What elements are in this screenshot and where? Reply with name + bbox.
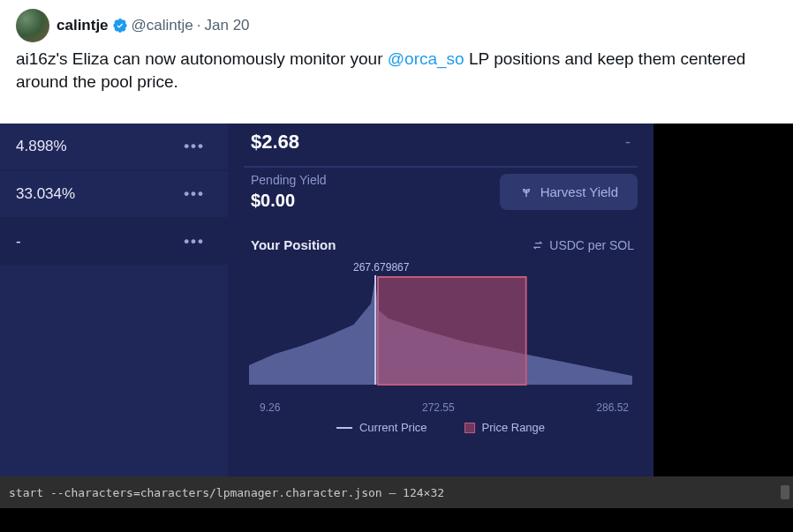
sidebar-row[interactable]: 33.034% ••• (0, 171, 228, 219)
x-tick: 286.52 (596, 401, 629, 414)
sidebar-value: 33.034% (16, 185, 75, 203)
tweet-header: calintje @calintje · Jan 20 (16, 9, 777, 42)
legend-label: Current Price (359, 421, 427, 434)
legend-range: Price Range (464, 421, 546, 434)
top-value: $2.68 (251, 131, 299, 154)
sidebar: 4.898% ••• 33.034% ••• - ••• (0, 124, 228, 476)
pending-yield-value: $0.00 (251, 191, 327, 211)
handle[interactable]: @calintje (132, 17, 193, 34)
x-tick: 9.26 (260, 401, 280, 414)
position-header: Your Position USDC per SOL (244, 221, 638, 258)
terminal-bar[interactable]: start --characters=characters/lpmanager.… (0, 476, 793, 508)
tweet-userline: calintje @calintje · Jan 20 (57, 17, 250, 34)
username[interactable]: calintje (57, 17, 109, 34)
more-icon[interactable]: ••• (184, 185, 205, 203)
yield-row: Pending Yield $0.00 Harvest Yield (244, 166, 638, 221)
verified-icon (112, 18, 128, 34)
sidebar-value: 4.898% (16, 138, 67, 155)
position-chart[interactable]: 267.679867 (249, 261, 632, 398)
price-range-box (378, 277, 526, 385)
more-icon[interactable]: ••• (184, 233, 205, 251)
mention-link[interactable]: @orca_so (388, 49, 464, 68)
harvest-label: Harvest Yield (540, 184, 618, 199)
yield-left: Pending Yield $0.00 (251, 173, 327, 211)
main-panel: $2.68 - Pending Yield $0.00 Harvest Yiel… (228, 124, 653, 476)
legend-current: Current Price (336, 421, 427, 434)
tweet: calintje @calintje · Jan 20 ai16z's Eliz… (0, 0, 793, 105)
terminal-text: start --characters=characters/lpmanager.… (9, 486, 444, 499)
sidebar-row[interactable]: 4.898% ••• (0, 124, 228, 171)
pending-yield-label: Pending Yield (251, 173, 327, 187)
current-price-label: 267.679867 (353, 261, 409, 273)
top-value-secondary: - (625, 133, 631, 152)
box-swatch-icon (464, 423, 475, 433)
more-icon[interactable]: ••• (184, 138, 205, 155)
scrollbar-thumb[interactable] (781, 485, 789, 499)
line-swatch-icon (336, 427, 352, 429)
legend-label: Price Range (482, 421, 546, 434)
sidebar-row[interactable]: - ••• (0, 219, 228, 265)
tweet-body: ai16z's Eliza can now autonomously monit… (16, 48, 777, 93)
swap-icon (532, 239, 544, 251)
position-title: Your Position (251, 237, 336, 252)
app-window: 4.898% ••• 33.034% ••• - ••• $2.68 - Pen… (0, 124, 653, 476)
sidebar-value: - (16, 233, 21, 251)
tweet-text-pre: ai16z's Eliza can now autonomously monit… (16, 49, 388, 68)
pair-label: USDC per SOL (549, 238, 634, 252)
top-value-row: $2.68 - (244, 127, 638, 166)
harvest-yield-button[interactable]: Harvest Yield (500, 174, 638, 210)
chart-xaxis: 9.26 272.55 286.52 (244, 400, 638, 414)
chart-legend: Current Price Price Range (244, 414, 638, 439)
dot-separator: · (197, 17, 201, 34)
pair-toggle[interactable]: USDC per SOL (532, 238, 634, 252)
x-tick: 272.55 (422, 401, 455, 414)
tweet-date[interactable]: Jan 20 (205, 17, 250, 34)
chart-svg (249, 261, 632, 398)
avatar[interactable] (16, 9, 49, 42)
embedded-screenshot: 4.898% ••• 33.034% ••• - ••• $2.68 - Pen… (0, 124, 793, 532)
plant-icon (519, 185, 533, 199)
